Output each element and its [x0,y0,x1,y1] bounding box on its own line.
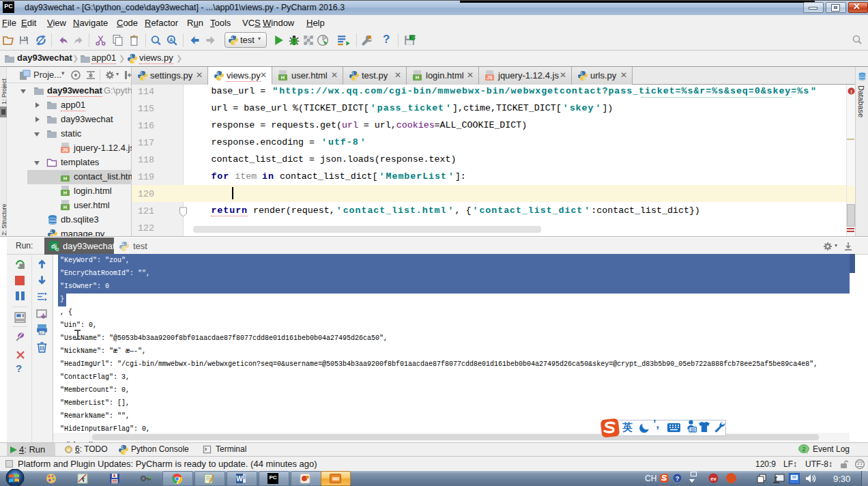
svg-text:ev: ev [710,476,717,482]
svg-text:A: A [169,37,173,43]
svg-text:H: H [63,190,67,196]
svg-text:?: ? [676,475,680,482]
svg-text:JS: JS [62,147,68,152]
svg-text:H: H [63,175,67,182]
svg-text:dj: dj [51,243,57,250]
svg-text:H: H [63,204,67,210]
svg-text:W: W [236,475,243,483]
svg-text:30: 30 [690,427,695,432]
svg-text:2: 2 [802,446,805,453]
svg-text:!: ! [850,89,852,95]
